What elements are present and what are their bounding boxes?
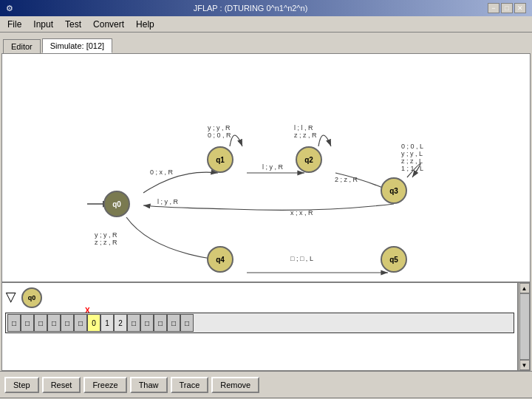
tape-display: □ □ □ □ □ □ 0 1 2 □ □ □ □ □ — [5, 313, 514, 333]
tape-cell-1: □ — [21, 314, 34, 332]
menu-help[interactable]: Help — [132, 18, 159, 31]
title-bar-buttons: − □ ✕ — [488, 3, 526, 13]
tape-cell-8: 2 — [114, 314, 127, 332]
tape-cell-7: 1 — [100, 314, 114, 332]
menu-input[interactable]: Input — [29, 18, 58, 31]
scroll-up-button[interactable]: ▲ — [519, 283, 530, 293]
tape-container: X □ □ □ □ □ □ 0 1 2 □ □ □ □ □ — [5, 313, 514, 333]
current-state-display: ▷ q0 — [5, 286, 514, 310]
tape-cell-13: □ — [180, 314, 194, 332]
label-q1-self: y ; y , R0 ; 0 , R — [208, 124, 231, 139]
tape-cell-9: □ — [127, 314, 140, 332]
thaw-button[interactable]: Thaw — [130, 377, 168, 393]
label-q3-self: 0 ; 0 , Ly ; y , Lz ; z , L1 ; 1 , L — [401, 143, 423, 172]
main-area: q0 q1 q2 q3 q4 q5 y ; y , R0 ; 0 , R l ;… — [1, 53, 531, 282]
label-q1-q2: l ; y , R — [262, 163, 283, 171]
minimize-button[interactable]: − — [488, 3, 499, 13]
tape-cell-5: □ — [74, 314, 87, 332]
label-q0-q4: y ; y , Rz ; z , R — [95, 231, 117, 246]
tape-cell-6: 0 — [87, 314, 100, 332]
label-q3-q0: x ; x , R — [290, 209, 313, 216]
tape-cell-12: □ — [167, 314, 180, 332]
label-q4-q5: □ ; □ , L — [290, 255, 313, 262]
state-q0[interactable]: q0 — [103, 191, 130, 217]
tab-bar: Editor Simulate: [012] — [0, 33, 532, 53]
trace-button[interactable]: Trace — [171, 377, 209, 393]
tape-cell-2: □ — [34, 314, 47, 332]
tape-cell-0: □ — [7, 314, 21, 332]
menu-convert[interactable]: Convert — [89, 18, 129, 31]
label-q0-q1: 0 ; x , R — [150, 168, 173, 176]
tab-editor[interactable]: Editor — [3, 39, 41, 53]
tab-simulate[interactable]: Simulate: [012] — [42, 38, 112, 53]
state-q1[interactable]: q1 — [207, 146, 233, 173]
menu-test[interactable]: Test — [61, 18, 86, 31]
title-bar-icon: ⚙ — [6, 4, 13, 13]
scroll-track — [519, 293, 530, 360]
label-q2-q3: 2 ; z , R — [335, 176, 358, 183]
menu-file[interactable]: File — [3, 18, 26, 31]
title-bar: ⚙ JFLAP : (DTURING 0^n1^n2^n) − □ ✕ — [0, 0, 532, 16]
button-bar: Step Reset Freeze Thaw Trace Remove — [0, 371, 532, 398]
tape-cell-4: □ — [61, 314, 74, 332]
state-q3[interactable]: q3 — [381, 177, 407, 204]
tape-cell-3: □ — [47, 314, 61, 332]
scroll-down-button[interactable]: ▼ — [519, 360, 530, 370]
menu-bar: File Input Test Convert Help — [0, 16, 532, 33]
current-state-circle: q0 — [21, 287, 42, 308]
state-arrow-indicator: ▷ — [4, 293, 20, 303]
label-q2-self: l ; l , Rz ; z , R — [294, 124, 317, 139]
maximize-button[interactable]: □ — [501, 3, 513, 13]
bottom-panel: ▷ q0 X □ □ □ □ □ □ 0 1 2 □ □ □ □ □ ▲ — [1, 282, 531, 371]
close-button[interactable]: ✕ — [514, 3, 526, 13]
step-button[interactable]: Step — [4, 377, 39, 393]
canvas-area: q0 q1 q2 q3 q4 q5 y ; y , R0 ; 0 , R l ;… — [2, 54, 530, 282]
tape-panel: ▷ q0 X □ □ □ □ □ □ 0 1 2 □ □ □ □ □ — [2, 283, 518, 370]
tape-cell-10: □ — [140, 314, 154, 332]
state-q4[interactable]: q4 — [207, 246, 233, 273]
scroll-bar: ▲ ▼ — [518, 283, 530, 370]
remove-button[interactable]: Remove — [211, 377, 259, 393]
label-q1-path: l ; y , R — [157, 198, 178, 205]
state-q5[interactable]: q5 — [381, 246, 407, 273]
state-q2[interactable]: q2 — [296, 146, 322, 173]
title-bar-title: JFLAP : (DTURING 0^n1^n2^n) — [13, 4, 488, 13]
freeze-button[interactable]: Freeze — [83, 377, 126, 393]
tape-cell-11: □ — [154, 314, 167, 332]
reset-button[interactable]: Reset — [42, 377, 81, 393]
